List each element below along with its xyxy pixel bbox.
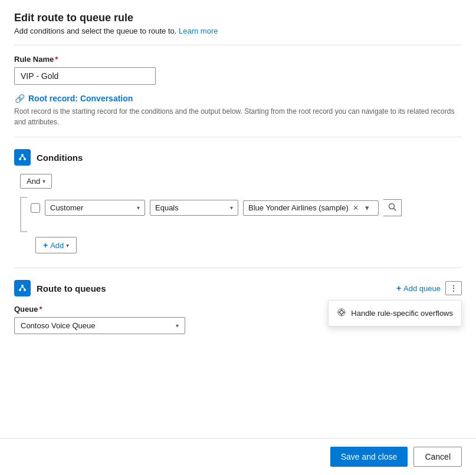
svg-line-4	[22, 156, 25, 158]
conditions-section: Conditions And ▾	[14, 149, 462, 253]
conditions-icon	[14, 149, 31, 166]
route-queues-header: Route to queues + Add queue ⋮	[14, 280, 462, 296]
svg-point-0	[21, 154, 24, 156]
rule-name-field: Rule Name*	[14, 55, 462, 85]
rule-name-input[interactable]	[14, 67, 156, 85]
add-icon: +	[43, 240, 48, 250]
conditions-section-header: Conditions	[14, 149, 462, 166]
svg-line-3	[20, 156, 22, 158]
handle-overflows-icon	[337, 308, 346, 319]
rule-name-label: Rule Name*	[14, 55, 462, 64]
queue-select-chevron-icon: ▾	[176, 322, 179, 329]
route-queues-title: Route to queues	[37, 283, 106, 293]
page-subtitle: Add conditions and select the queue to r…	[14, 27, 462, 35]
tree-bracket	[20, 197, 27, 232]
condition-value-field[interactable]: Blue Yonder Airlines (sample) ✕ ▾	[243, 200, 379, 216]
footer-bar: Save and close Cancel	[0, 438, 476, 475]
more-options-container: ⋮	[445, 281, 462, 295]
condition-row: Customer ▾ Equals ▾ Blue Yonder Airlines…	[31, 196, 402, 220]
queue-select-dropdown[interactable]: Contoso Voice Queue ▾	[14, 317, 185, 334]
svg-point-2	[24, 158, 26, 160]
svg-point-9	[24, 289, 26, 291]
queue-select-value: Contoso Voice Queue	[21, 321, 95, 330]
route-queues-icon	[14, 280, 31, 296]
add-chevron-icon: ▾	[66, 242, 69, 249]
condition-field-chevron-icon: ▾	[137, 204, 140, 211]
cancel-button[interactable]: Cancel	[413, 447, 462, 467]
handle-overflows-item[interactable]: Handle rule-specific overflows	[329, 303, 461, 324]
condition-checkbox[interactable]	[31, 203, 40, 213]
condition-value-text: Blue Yonder Airlines (sample)	[248, 203, 349, 212]
condition-tree: Customer ▾ Equals ▾ Blue Yonder Airlines…	[20, 196, 462, 232]
svg-line-6	[394, 209, 396, 211]
and-button[interactable]: And ▾	[20, 174, 52, 189]
condition-value-remove-icon[interactable]: ✕	[351, 203, 360, 213]
add-queue-button[interactable]: + Add queue	[396, 283, 441, 293]
root-record-header: 🔗 Root record: Conversation	[14, 93, 462, 104]
route-queues-section: Route to queues + Add queue ⋮	[14, 280, 462, 334]
more-options-button[interactable]: ⋮	[445, 281, 462, 295]
root-record-label: Root record: Conversation	[28, 94, 133, 103]
divider-3	[14, 268, 462, 268]
root-record-icon: 🔗	[14, 93, 25, 104]
condition-operator-dropdown[interactable]: Equals ▾	[150, 200, 238, 216]
overflow-dropdown-menu: Handle rule-specific overflows	[328, 300, 462, 326]
divider-2	[14, 137, 462, 137]
condition-operator-value: Equals	[155, 203, 179, 212]
add-condition-button[interactable]: + Add ▾	[35, 237, 77, 253]
svg-line-11	[22, 287, 25, 289]
condition-field-value: Customer	[50, 203, 83, 212]
root-record-section: 🔗 Root record: Conversation Root record …	[14, 93, 462, 127]
route-queues-header-right: + Add queue ⋮	[396, 281, 462, 295]
add-queue-plus-icon: +	[396, 283, 401, 293]
page-title: Edit route to queue rule	[14, 12, 462, 24]
and-chevron-icon: ▾	[42, 178, 45, 184]
route-queues-header-left: Route to queues	[14, 280, 106, 296]
svg-point-1	[19, 158, 21, 160]
conditions-body: And ▾ Customer ▾	[14, 174, 462, 253]
divider-1	[14, 45, 462, 45]
learn-more-link[interactable]: Learn more	[179, 27, 218, 35]
condition-value-tag: Blue Yonder Airlines (sample) ✕	[248, 203, 360, 213]
condition-operator-chevron-icon: ▾	[230, 204, 233, 211]
condition-search-button[interactable]	[383, 199, 402, 216]
svg-point-12	[340, 311, 343, 314]
handle-overflows-label: Handle rule-specific overflows	[351, 309, 453, 318]
condition-rows: Customer ▾ Equals ▾ Blue Yonder Airlines…	[31, 196, 402, 220]
condition-value-chevron-icon[interactable]: ▾	[364, 203, 370, 212]
conditions-title: Conditions	[37, 153, 83, 163]
condition-field-dropdown[interactable]: Customer ▾	[45, 200, 145, 216]
save-and-close-button[interactable]: Save and close	[330, 447, 408, 467]
root-record-description: Root record is the starting record for t…	[14, 106, 462, 127]
svg-point-7	[21, 285, 24, 287]
svg-line-10	[20, 287, 22, 289]
svg-point-8	[19, 289, 21, 291]
